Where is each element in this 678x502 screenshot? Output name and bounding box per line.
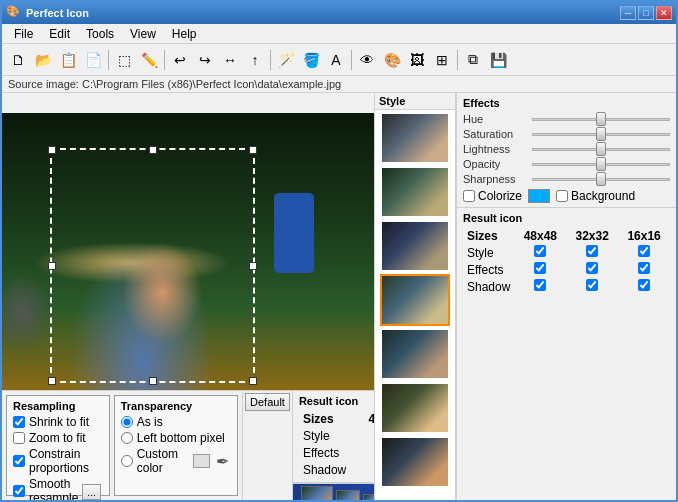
toolbar-windows[interactable]: ⊞ xyxy=(430,48,454,72)
toolbar-image[interactable]: 🖼 xyxy=(405,48,429,72)
menu-tools[interactable]: Tools xyxy=(78,25,122,43)
toolbar-redo[interactable]: ↪ xyxy=(193,48,217,72)
toolbar-select[interactable]: ⬚ xyxy=(112,48,136,72)
col-header-16: 16x16 xyxy=(618,228,670,244)
style-thumb-7[interactable] xyxy=(380,436,450,488)
shadow-32-upper[interactable] xyxy=(586,279,598,291)
default-button[interactable]: Default xyxy=(245,393,290,411)
close-button[interactable]: ✕ xyxy=(656,6,672,20)
toolbar-sep2 xyxy=(164,50,165,70)
smooth-label: Smooth resample xyxy=(29,477,78,500)
col-48: 48x48 xyxy=(360,411,374,427)
style-32-upper[interactable] xyxy=(586,245,598,257)
toolbar-resize[interactable]: ↔ xyxy=(218,48,242,72)
right-panels: Effects Hue Saturation Lightness Opacity xyxy=(456,93,676,500)
custom-color-swatch[interactable] xyxy=(193,454,210,468)
toolbar-up[interactable]: ↑ xyxy=(243,48,267,72)
toolbar-fill[interactable]: 🪣 xyxy=(299,48,323,72)
table-row: Effects xyxy=(463,261,670,278)
smooth-option[interactable]: Smooth resample xyxy=(13,477,78,500)
lower-section: Resampling Shrink to fit Zoom to fit Con… xyxy=(2,390,374,500)
shadow-16-upper[interactable] xyxy=(638,279,650,291)
result-icon-title: Result icon xyxy=(299,395,374,407)
constrain-option[interactable]: Constrain proportions xyxy=(13,447,101,475)
title-bar: 🎨 Perfect Icon ─ □ ✕ xyxy=(2,2,676,24)
toolbar-paste[interactable]: 📄 xyxy=(81,48,105,72)
window-controls: ─ □ ✕ xyxy=(620,6,672,20)
style-48-upper[interactable] xyxy=(534,245,546,257)
zoom-to-fit-checkbox[interactable] xyxy=(13,432,25,444)
thumb-img-1 xyxy=(382,114,448,162)
hue-row: Hue xyxy=(463,113,670,125)
menu-edit[interactable]: Edit xyxy=(41,25,78,43)
shrink-to-fit-checkbox[interactable] xyxy=(13,416,25,428)
lightness-slider[interactable] xyxy=(532,148,670,151)
colorize-row: Colorize Background xyxy=(463,189,670,203)
left-bottom-radio[interactable] xyxy=(121,432,133,444)
preview-icon-medium xyxy=(336,490,360,501)
smooth-settings-btn[interactable]: ... xyxy=(82,484,100,500)
toolbar-export[interactable]: 💾 xyxy=(486,48,510,72)
style-thumb-6[interactable] xyxy=(380,382,450,434)
canvas-area[interactable] xyxy=(2,93,374,390)
colorize-checkbox[interactable] xyxy=(463,190,475,202)
effects-title: Effects xyxy=(463,97,670,109)
toolbar-new[interactable]: 🗋 xyxy=(6,48,30,72)
toolbar-open[interactable]: 📂 xyxy=(31,48,55,72)
opacity-row: Opacity xyxy=(463,158,670,170)
style-thumb-5[interactable] xyxy=(380,328,450,380)
app-title: Perfect Icon xyxy=(26,7,620,19)
minimize-button[interactable]: ─ xyxy=(620,6,636,20)
toolbar-eye[interactable]: 👁 xyxy=(355,48,379,72)
sharpness-slider[interactable] xyxy=(532,178,670,181)
style-column-header: Style xyxy=(375,93,455,110)
effects-32-upper[interactable] xyxy=(586,262,598,274)
constrain-checkbox[interactable] xyxy=(13,455,25,467)
table-row: Effects xyxy=(299,444,374,461)
toolbar-wand[interactable]: 🪄 xyxy=(274,48,298,72)
lower-right: Result icon Sizes 48x48 32x32 16x16 xyxy=(293,391,374,500)
toolbar-copy[interactable]: 📋 xyxy=(56,48,80,72)
style-thumbnails xyxy=(375,110,455,500)
style-thumb-4[interactable] xyxy=(380,274,450,326)
left-bottom-option[interactable]: Left bottom pixel xyxy=(121,431,229,445)
thumb-img-6 xyxy=(382,384,448,432)
effects-16-upper[interactable] xyxy=(638,262,650,274)
colorize-swatch[interactable] xyxy=(528,189,550,203)
style-16-upper[interactable] xyxy=(638,245,650,257)
style-thumb-3[interactable] xyxy=(380,220,450,272)
preview-icon-small xyxy=(363,494,374,501)
toolbar-color[interactable]: 🎨 xyxy=(380,48,404,72)
style-thumb-2[interactable] xyxy=(380,166,450,218)
lightness-row: Lightness xyxy=(463,143,670,155)
smooth-checkbox[interactable] xyxy=(13,485,25,497)
style-thumb-1[interactable] xyxy=(380,112,450,164)
colorize-option[interactable]: Colorize xyxy=(463,189,522,203)
effects-48-upper[interactable] xyxy=(534,262,546,274)
saturation-slider[interactable] xyxy=(532,133,670,136)
canvas-background xyxy=(2,113,374,390)
maximize-button[interactable]: □ xyxy=(638,6,654,20)
as-is-radio[interactable] xyxy=(121,416,133,428)
toolbar-undo[interactable]: ↩ xyxy=(168,48,192,72)
shadow-48-upper[interactable] xyxy=(534,279,546,291)
background-option[interactable]: Background xyxy=(556,189,635,203)
app-icon: 🎨 xyxy=(6,5,22,21)
toolbar-pencil[interactable]: ✏️ xyxy=(137,48,161,72)
content-area: Resampling Shrink to fit Zoom to fit Con… xyxy=(2,93,676,500)
menu-help[interactable]: Help xyxy=(164,25,205,43)
background-checkbox[interactable] xyxy=(556,190,568,202)
as-is-option[interactable]: As is xyxy=(121,415,229,429)
custom-color-option[interactable]: Custom color ✒ xyxy=(121,447,229,475)
opacity-slider[interactable] xyxy=(532,163,670,166)
menu-file[interactable]: File xyxy=(6,25,41,43)
zoom-to-fit-option[interactable]: Zoom to fit xyxy=(13,431,101,445)
effects-row-label: Effects xyxy=(463,261,514,278)
hue-slider[interactable] xyxy=(532,118,670,121)
eyedropper-icon[interactable]: ✒ xyxy=(216,452,229,471)
shrink-to-fit-option[interactable]: Shrink to fit xyxy=(13,415,101,429)
menu-view[interactable]: View xyxy=(122,25,164,43)
custom-color-radio[interactable] xyxy=(121,455,133,467)
toolbar-text[interactable]: A xyxy=(324,48,348,72)
toolbar-layers[interactable]: ⧉ xyxy=(461,48,485,72)
